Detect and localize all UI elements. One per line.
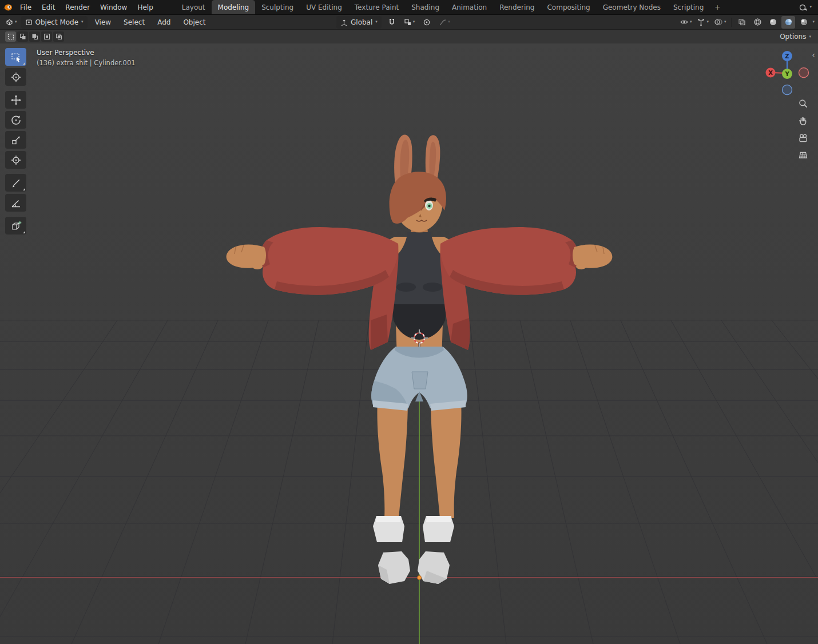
proportional-falloff-button[interactable]: ▾ [437,16,452,29]
select-mode-extend-button[interactable] [17,31,28,42]
bust-shade-left [396,283,416,292]
menu-object[interactable]: Object [178,18,211,26]
cursor-tool-icon [10,71,22,83]
chevron-down-icon: ▾ [448,20,450,24]
mode-label: Object Mode [35,18,79,26]
chevron-down-icon: ▾ [375,20,378,24]
gizmo-x-negative-ball[interactable] [799,68,809,78]
menu-edit[interactable]: Edit [37,0,60,14]
tool-scale[interactable] [5,131,26,149]
transform-orientation-selector[interactable]: Global ▾ [336,16,382,29]
select-mode-subtract-button[interactable] [29,31,40,42]
menu-file[interactable]: File [15,0,37,14]
xray-toggle-button[interactable] [735,16,749,29]
shading-options-chevron[interactable]: ▾ [812,20,815,24]
hand-right-thumb [576,264,586,269]
zoom-button[interactable] [796,96,811,111]
falloff-curve-icon [439,18,447,26]
shading-rendered-icon [800,18,808,26]
mode-selector[interactable]: Object Mode ▾ [21,16,88,29]
snap-target-button[interactable]: ▾ [402,16,417,29]
tab-compositing[interactable]: Compositing [541,0,596,14]
menu-add[interactable]: Add [152,18,176,26]
tab-geometry-nodes[interactable]: Geometry Nodes [597,0,667,14]
move-icon [10,94,22,106]
snap-target-icon [404,18,412,26]
chevron-down-icon: ▾ [81,20,84,24]
chevron-down-icon: ▾ [809,5,812,9]
tab-animation[interactable]: Animation [446,0,493,14]
tool-move[interactable] [5,91,26,109]
separator [731,18,732,27]
tool-measure[interactable] [5,194,26,212]
viewport-3d[interactable] [0,0,818,644]
blender-logo-icon[interactable] [0,3,15,11]
tab-uv-editing[interactable]: UV Editing [300,0,348,14]
select-mode-invert-button[interactable] [41,31,52,42]
ortho-grid-icon [798,150,808,160]
tab-texture-paint[interactable]: Texture Paint [348,0,405,14]
bust-shade-right [423,283,442,292]
tool-add-cube[interactable] [5,217,26,234]
navigation-gizmo[interactable]: Z X Y [763,49,811,97]
toolbar [5,48,27,237]
select-mode-intersect-button[interactable] [53,31,64,42]
overlays-dropdown-button[interactable]: ▾ [712,16,728,29]
tool-submenu-marker [23,62,25,65]
shading-wireframe-button[interactable] [751,16,764,29]
select-mode-set-button[interactable] [5,31,16,42]
eye-pupil [428,205,430,207]
tool-rotate[interactable] [5,111,26,129]
tab-shading[interactable]: Shading [405,0,446,14]
rotate-icon [10,114,22,126]
object-origin-dot [418,576,422,580]
scene-icon [799,3,808,11]
visibility-dropdown-button[interactable]: ▾ [678,16,694,29]
orthographic-toggle-button[interactable] [796,148,811,162]
gizmo-z-negative-ball[interactable] [783,85,792,95]
tool-select-box[interactable] [5,48,26,66]
magnifier-icon [798,98,808,109]
tab-sculpting[interactable]: Sculpting [255,0,300,14]
viewport-nav-buttons [796,96,811,162]
shading-solid-button[interactable] [766,16,780,29]
menu-view[interactable]: View [90,18,116,26]
sidebar-collapse-arrow[interactable]: ‹ [809,50,817,59]
pan-button[interactable] [796,113,811,128]
annotate-pen-icon [10,177,22,189]
add-workspace-button[interactable]: + [710,0,725,14]
options-button[interactable]: Options ▾ [780,33,811,41]
overlays-icon [714,18,723,26]
shading-rendered-button[interactable] [797,16,811,29]
xray-icon [738,18,746,26]
tool-transform[interactable] [5,151,26,169]
scene-selector-button[interactable]: ▾ [797,1,813,14]
active-collection-object-label: (136) extra shit | Cylinder.001 [37,59,136,67]
camera-view-button[interactable] [796,130,811,145]
hand-left-thumb [252,264,263,269]
shoe-right-ankle-top [426,516,451,522]
object-mode-icon [25,19,33,26]
tab-layout[interactable]: Layout [176,0,212,14]
menu-help[interactable]: Help [132,0,158,14]
gizmos-dropdown-button[interactable]: ▾ [695,16,710,29]
snap-toggle-button[interactable] [385,16,399,29]
gizmo-z-label: Z [785,53,789,59]
magnet-icon [388,18,396,26]
menu-render[interactable]: Render [60,0,95,14]
proportional-editing-toggle[interactable] [420,16,434,29]
hand-icon [798,116,808,126]
shading-material-button[interactable] [781,16,795,29]
tab-scripting[interactable]: Scripting [667,0,710,14]
tool-cursor[interactable] [5,68,26,86]
orientation-label: Global [351,18,372,26]
measure-icon [10,197,22,209]
tool-annotate[interactable] [5,174,26,192]
tab-modeling[interactable]: Modeling [212,0,256,14]
menu-window[interactable]: Window [95,0,132,14]
editor-type-button[interactable]: ▾ [3,16,19,29]
menu-select[interactable]: Select [118,18,150,26]
tab-rendering[interactable]: Rendering [493,0,541,14]
view-perspective-label: User Perspective [37,49,136,57]
shading-wireframe-icon [753,18,762,26]
